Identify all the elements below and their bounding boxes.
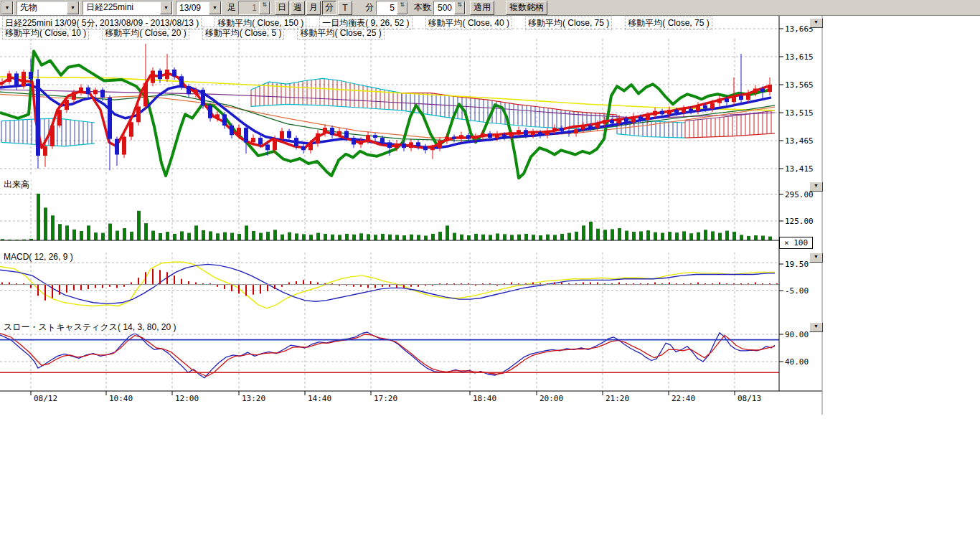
minute-value: 5 — [377, 3, 397, 13]
chart-area: 13,66513,61513,56513,51513,46513,415295.… — [0, 16, 980, 418]
symbol-select[interactable]: 日経225mini ▼ — [83, 1, 173, 15]
macd-panel-dropdown-button[interactable]: ▼ — [809, 253, 823, 263]
spinner-icon[interactable]: ⇅ — [259, 1, 270, 14]
svg-text:13,465: 13,465 — [785, 136, 814, 146]
apply-button[interactable]: 適用 — [470, 1, 494, 15]
stoch-panel-dropdown-button[interactable]: ▼ — [809, 322, 823, 332]
volume-panel-label: 出来高 — [2, 179, 31, 191]
svg-text:21:20: 21:20 — [606, 394, 629, 403]
macd-panel-label: MACD( 12, 26, 9 ) — [2, 252, 75, 262]
chevron-down-icon: ▼ — [1, 1, 13, 14]
svg-text:22:40: 22:40 — [672, 394, 695, 403]
chevron-down-icon[interactable]: ▼ — [209, 1, 221, 14]
svg-text:12:00: 12:00 — [175, 394, 199, 403]
period-month-button[interactable]: 月 — [306, 1, 321, 15]
svg-text:14:40: 14:40 — [308, 394, 331, 403]
symbol-value: 日経225mini — [83, 1, 160, 14]
period-week-button[interactable]: 週 — [291, 1, 305, 15]
ashi-stepper[interactable]: 1 ⇅ — [238, 1, 270, 15]
indicator-legend-row-2: 移動平均( Close, 10 )移動平均( Close, 20 )移動平均( … — [2, 27, 397, 40]
bars-value: 500 — [434, 3, 454, 13]
chevron-down-icon[interactable]: ▼ — [160, 1, 172, 14]
stoch-panel-label: スロー・ストキャスティクス( 14, 3, 80, 20 ) — [2, 321, 177, 334]
minute-stepper[interactable]: 5 ⇅ — [376, 1, 408, 15]
toolbar: ▼ 先物 ▼ 日経225mini ▼ 13/09 ▼ 足 1 ⇅ 日 週 月 分… — [0, 0, 980, 16]
contract-month-select[interactable]: 13/09 ▼ — [176, 1, 222, 15]
legend-item[interactable]: 移動平均( Close, 20 ) — [102, 27, 189, 40]
legend-item[interactable]: 移動平均( Close, 75 ) — [525, 17, 612, 30]
mini-dropdown[interactable]: ▼ — [1, 1, 14, 15]
legend-item[interactable]: 移動平均( Close, 75 ) — [625, 17, 712, 30]
svg-text:-5.00: -5.00 — [785, 286, 809, 296]
svg-text:13,515: 13,515 — [785, 108, 814, 118]
svg-text:40.00: 40.00 — [785, 357, 809, 367]
period-tick-button[interactable]: T — [338, 1, 352, 15]
svg-text:10:40: 10:40 — [109, 394, 133, 403]
svg-text:13,565: 13,565 — [785, 80, 814, 90]
period-minute-button[interactable]: 分 — [322, 1, 336, 15]
svg-text:08/13: 08/13 — [738, 394, 761, 403]
minute-label: 分 — [365, 1, 374, 14]
legend-item[interactable]: 移動平均( Close, 40 ) — [425, 17, 512, 30]
multi-symbol-button[interactable]: 複数銘柄 — [506, 1, 547, 15]
svg-text:19.50: 19.50 — [785, 260, 809, 269]
svg-text:18:40: 18:40 — [473, 394, 496, 403]
svg-text:17:20: 17:20 — [374, 394, 397, 403]
spinner-icon[interactable]: ⇅ — [454, 1, 465, 14]
legend-item[interactable]: 移動平均( Close, 25 ) — [297, 27, 384, 40]
svg-text:20:00: 20:00 — [540, 394, 563, 403]
symbol-type-select[interactable]: 先物 ▼ — [17, 1, 80, 15]
bars-label: 本数 — [414, 1, 431, 14]
period-day-button[interactable]: 日 — [275, 1, 289, 15]
chevron-down-icon[interactable]: ▼ — [67, 1, 79, 14]
ashi-value: 1 — [239, 3, 259, 13]
volume-multiplier-badge: × 100 — [779, 237, 813, 249]
svg-text:13,615: 13,615 — [785, 52, 814, 62]
spinner-icon[interactable]: ⇅ — [397, 1, 407, 14]
contract-month-value: 13/09 — [176, 3, 209, 13]
legend-item[interactable]: 移動平均( Close, 10 ) — [2, 27, 89, 40]
volume-panel-dropdown-button[interactable]: ▼ — [809, 182, 823, 192]
svg-text:08/12: 08/12 — [34, 394, 57, 403]
svg-text:90.00: 90.00 — [785, 330, 809, 339]
svg-text:125.00: 125.00 — [785, 217, 814, 226]
symbol-type-value: 先物 — [17, 1, 67, 14]
chart-canvas: 13,66513,61513,56513,51513,46513,415295.… — [0, 16, 825, 415]
legend-item[interactable]: 移動平均( Close, 5 ) — [202, 27, 285, 40]
svg-text:13:20: 13:20 — [242, 394, 265, 403]
ashi-label: 足 — [227, 1, 236, 14]
svg-text:13,415: 13,415 — [785, 164, 814, 174]
bars-stepper[interactable]: 500 ⇅ — [433, 1, 466, 15]
price-panel-dropdown-button[interactable]: ▼ — [809, 18, 823, 28]
